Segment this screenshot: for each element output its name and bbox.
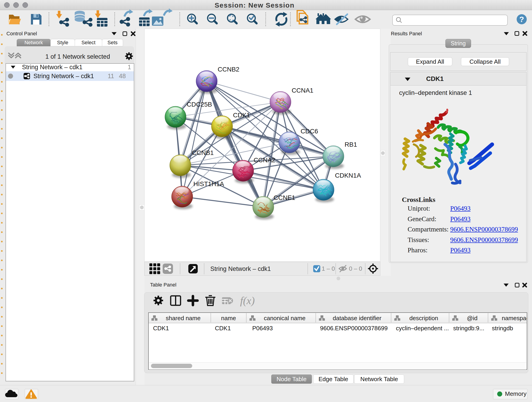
svg-text:0 – 0: 0 – 0	[349, 265, 362, 272]
svg-text:P06493: P06493	[252, 325, 273, 332]
svg-text:String Network – cdk1: String Network – cdk1	[210, 265, 271, 272]
svg-text:name: name	[221, 315, 236, 322]
svg-text:namespace: namespace	[502, 315, 532, 322]
svg-text:9606.ENSP00000378699: 9606.ENSP00000378699	[320, 325, 388, 332]
svg-text:f(x): f(x)	[240, 295, 255, 306]
svg-text:@id: @id	[467, 315, 478, 322]
svg-text:database identifier: database identifier	[333, 315, 381, 322]
svg-text:cyclin–dependent ...: cyclin–dependent ...	[396, 325, 449, 332]
svg-text:1 – 0: 1 – 0	[322, 265, 335, 272]
svg-text:stringdb:9...: stringdb:9...	[453, 325, 484, 332]
svg-text:shared name: shared name	[166, 315, 201, 322]
svg-text:stringdb: stringdb	[492, 325, 513, 332]
svg-text:?: ?	[519, 15, 524, 24]
svg-text:CDK1: CDK1	[153, 325, 169, 332]
svg-text:canonical name: canonical name	[264, 315, 305, 322]
svg-text:CDK1: CDK1	[215, 325, 231, 332]
svg-text:description: description	[409, 315, 438, 322]
